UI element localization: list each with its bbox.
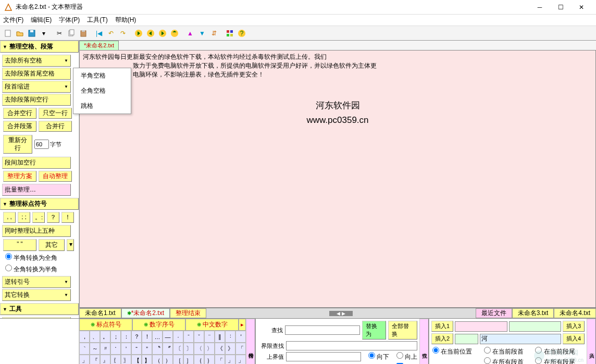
insert2-box[interactable] bbox=[455, 334, 478, 344]
char-cell[interactable]: — bbox=[163, 331, 173, 343]
char-cell[interactable]: 〖 bbox=[110, 355, 121, 364]
tab-recent[interactable]: 最近文件 bbox=[476, 308, 512, 318]
char-cell[interactable]: ｛ bbox=[194, 355, 204, 364]
char-cell[interactable]: ‘ bbox=[110, 343, 121, 355]
chargrid-tab-more[interactable]: ▸ bbox=[239, 319, 246, 331]
tab-2[interactable]: ✱*未命名2.txt bbox=[121, 308, 170, 318]
para-indent-button[interactable]: 段首缩进▼ bbox=[2, 81, 71, 93]
same-time-button[interactable]: 同时整理以上五种 bbox=[2, 225, 71, 237]
file-tab[interactable]: *未命名2.txt bbox=[79, 41, 119, 50]
char-cell[interactable]: 」 bbox=[79, 355, 90, 364]
replace-with-button[interactable]: 替换为 bbox=[362, 321, 386, 340]
char-cell[interactable]: ‖ bbox=[215, 331, 225, 343]
replace-all-button[interactable]: 全部替换 bbox=[388, 321, 417, 340]
remove-para-spaces-button[interactable]: 去除段落首尾空格 bbox=[2, 68, 71, 80]
char-cell[interactable]: ； bbox=[110, 331, 121, 343]
char-cell[interactable]: ～ bbox=[90, 343, 100, 355]
tab-result[interactable]: 整理结束 bbox=[170, 308, 206, 318]
tab-3[interactable]: 未命名3.txt bbox=[512, 308, 554, 318]
char-cell[interactable]: 〞 bbox=[163, 343, 173, 355]
save-icon[interactable] bbox=[26, 28, 38, 39]
down-icon[interactable]: ▼ bbox=[196, 28, 208, 39]
char-cell[interactable]: ∶ bbox=[225, 331, 235, 343]
char-cell[interactable]: 」 bbox=[225, 355, 235, 364]
punct-btn-4[interactable]: ！ bbox=[61, 212, 74, 223]
char-cell[interactable]: 「 bbox=[215, 355, 225, 364]
char-cell[interactable]: 〃 bbox=[100, 343, 110, 355]
para-add-blank-button[interactable]: 段间加空行 bbox=[2, 157, 71, 169]
range-input[interactable] bbox=[286, 341, 417, 350]
char-cell[interactable]: 」 bbox=[235, 355, 246, 364]
char-cell[interactable]: 》 bbox=[225, 343, 235, 355]
char-cell[interactable]: 』 bbox=[100, 355, 110, 364]
char-cell[interactable]: ） bbox=[163, 355, 173, 364]
insert1-button[interactable]: 插入1 bbox=[431, 321, 453, 332]
first-icon[interactable]: |◀ bbox=[93, 28, 105, 39]
char-cell[interactable]: （ bbox=[152, 355, 163, 364]
punct-btn-2[interactable]: 。: bbox=[32, 212, 45, 223]
redo-icon[interactable]: ↷ bbox=[117, 28, 129, 39]
ins-radio-5[interactable]: 在所有段尾 bbox=[535, 357, 583, 364]
menu-file[interactable]: 文件(F) bbox=[3, 16, 23, 24]
tab-4[interactable]: 未命名4.txt bbox=[554, 308, 596, 318]
merge-blank-button[interactable]: 合并空行 bbox=[3, 108, 36, 119]
insert2-button[interactable]: 插入2 bbox=[431, 333, 453, 344]
up-icon[interactable]: ▲ bbox=[184, 28, 196, 39]
radio-half-to-full[interactable]: 半角转换为全角 bbox=[5, 254, 57, 261]
ins-radio-4[interactable]: 在所有段首 bbox=[484, 357, 532, 364]
remove-all-spaces-button[interactable]: 去除所有空格▼ bbox=[2, 55, 71, 67]
char-cell[interactable]: ！ bbox=[142, 331, 152, 343]
menu-tab[interactable]: 跳格 bbox=[73, 98, 131, 114]
menu-help[interactable]: 帮助(H) bbox=[115, 16, 136, 24]
save-dropdown-icon[interactable]: ▾ bbox=[38, 28, 49, 39]
auto-organize-button[interactable]: 自动整理 bbox=[39, 171, 72, 182]
char-cell[interactable]: 《 bbox=[215, 343, 225, 355]
char-cell[interactable]: ’ bbox=[121, 343, 131, 355]
merge-line-button[interactable]: 合并行 bbox=[39, 121, 72, 132]
section-tools[interactable]: ▼工具 bbox=[0, 303, 79, 315]
menu-tools[interactable]: 工具(T) bbox=[87, 16, 107, 24]
insert3-box[interactable] bbox=[509, 321, 561, 332]
char-cell[interactable]: 〝 bbox=[152, 343, 163, 355]
nav2-icon[interactable] bbox=[145, 28, 156, 39]
punct-btn-3[interactable]: ？ bbox=[47, 212, 59, 223]
close-button[interactable]: ✕ bbox=[571, 0, 592, 15]
menu-full-space[interactable]: 全角空格 bbox=[73, 83, 131, 98]
radio-up[interactable]: 向上 bbox=[391, 352, 417, 361]
other-button[interactable]: 其它 bbox=[39, 239, 65, 251]
tab-1[interactable]: 未命名1.txt bbox=[79, 308, 121, 318]
quote-button[interactable]: " " bbox=[3, 239, 36, 251]
ins-radio-2[interactable]: 在当前段首 bbox=[484, 347, 532, 356]
nav1-icon[interactable] bbox=[133, 28, 144, 39]
nav3-icon[interactable] bbox=[157, 28, 168, 39]
chargrid-tab-num[interactable]: ❋数字序号 bbox=[132, 319, 185, 331]
char-cell[interactable]: ＇ bbox=[235, 331, 246, 343]
chargrid-tab-cn[interactable]: ❋中文数字 bbox=[185, 319, 239, 331]
new-icon[interactable] bbox=[2, 28, 14, 39]
ins-radio-1[interactable]: 在当前位置 bbox=[432, 347, 481, 356]
char-cell[interactable]: ： bbox=[121, 331, 131, 343]
char-cell[interactable]: ” bbox=[142, 343, 152, 355]
char-cell[interactable]: 「 bbox=[235, 343, 246, 355]
updown-icon[interactable]: ⇵ bbox=[208, 28, 220, 39]
menu-font[interactable]: 字体(P) bbox=[59, 16, 80, 24]
insert4-button[interactable]: 插入4 bbox=[563, 333, 585, 344]
punct-btn-1[interactable]: ; ; bbox=[18, 212, 30, 223]
char-cell[interactable]: 【 bbox=[131, 355, 142, 364]
char-cell[interactable]: ？ bbox=[131, 331, 142, 343]
insert1-box[interactable] bbox=[455, 321, 507, 332]
char-cell[interactable]: ， bbox=[79, 331, 90, 343]
open-icon[interactable] bbox=[14, 28, 26, 39]
char-cell[interactable]: 〔 bbox=[173, 343, 183, 355]
char-cell[interactable]: 〕 bbox=[183, 343, 194, 355]
char-cell[interactable]: “ bbox=[131, 343, 142, 355]
char-cell[interactable]: 〗 bbox=[121, 355, 131, 364]
punct-btn-0[interactable]: , , bbox=[3, 212, 16, 223]
find-input[interactable] bbox=[285, 325, 360, 335]
find-side-button[interactable]: 查找 bbox=[419, 319, 429, 364]
insert4-input[interactable] bbox=[480, 334, 561, 344]
char-cell[interactable]: ｀ bbox=[79, 343, 90, 355]
char-cell[interactable]: ˉ bbox=[183, 331, 194, 343]
char-cell[interactable]: ¨ bbox=[204, 331, 215, 343]
reverse-quote-button[interactable]: 逆转引号▼ bbox=[2, 276, 71, 288]
